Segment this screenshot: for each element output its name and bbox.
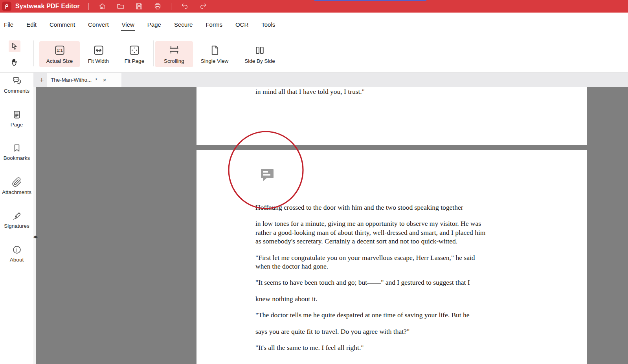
menu-comment[interactable]: Comment [49, 17, 76, 32]
sidebar-item-attachments[interactable]: Attachments [0, 177, 33, 195]
hand-icon [10, 57, 20, 67]
paragraph: "It's all the same to me. I feel all rig… [255, 343, 531, 352]
background-window-edge [314, 0, 426, 1]
menu-view[interactable]: View [121, 17, 135, 32]
hand-pan-tool[interactable] [9, 56, 21, 68]
save-icon[interactable] [134, 2, 144, 11]
left-panel-sidebar: Comments Page Bookmarks Attachments [0, 73, 33, 364]
fit-width-icon [93, 44, 105, 56]
info-icon [12, 245, 22, 255]
tab-title: The-Man-Witho... [51, 77, 92, 83]
view-toolbar: 1:1 Actual Size Fit Width Fit Page Scrol… [0, 36, 628, 73]
open-folder-icon[interactable] [116, 2, 125, 11]
paragraph: knew nothing about it. [255, 294, 531, 303]
side-by-side-icon [254, 44, 266, 56]
document-viewport[interactable]: in mind all that I have told you, I trus… [33, 87, 628, 364]
scrolling-button[interactable]: Scrolling [155, 41, 193, 67]
home-icon[interactable] [97, 2, 107, 11]
fit-page-icon [129, 44, 140, 56]
menu-file[interactable]: File [3, 17, 14, 32]
menu-secure[interactable]: Secure [173, 17, 194, 32]
document-tab[interactable]: The-Man-Witho... * × [47, 73, 121, 87]
page1-text-line: in mind all that I have told you, I trus… [255, 87, 365, 96]
sidebar-item-bookmarks[interactable]: Bookmarks [0, 143, 33, 161]
tab-modified-indicator: * [95, 77, 97, 83]
paragraph: "First let me congratulate you on your m… [255, 253, 531, 271]
paragraph: says you are quite fit to travel. Do you… [255, 327, 531, 336]
menu-forms[interactable]: Forms [205, 17, 223, 32]
actual-size-icon: 1:1 [54, 44, 66, 56]
cursor-arrow-icon [10, 42, 19, 51]
page-icon [12, 110, 22, 120]
titlebar: Systweak PDF Editor [0, 0, 628, 13]
menu-convert[interactable]: Convert [87, 17, 110, 32]
titlebar-divider [88, 3, 89, 10]
single-view-icon [209, 44, 220, 56]
red-circle-annotation[interactable] [228, 131, 304, 209]
menubar: File Edit Comment Convert View Page Secu… [0, 13, 628, 36]
new-tab-button[interactable]: + [37, 76, 46, 84]
toolbar-divider [33, 40, 34, 66]
redo-icon[interactable] [198, 2, 208, 11]
menu-ocr[interactable]: OCR [235, 17, 249, 32]
single-view-button[interactable]: Single View [193, 41, 236, 67]
panel-edge-strip [33, 87, 36, 364]
paragraph: "The doctor tells me he quite despaired … [255, 311, 531, 319]
document-tabbar: + The-Man-Witho... * × [33, 73, 628, 87]
attachments-icon [12, 177, 22, 187]
menu-page[interactable]: Page [147, 17, 162, 32]
app-window: Systweak PDF Editor [0, 0, 628, 364]
scrolling-icon [168, 44, 180, 56]
actual-size-button[interactable]: 1:1 Actual Size [39, 41, 80, 67]
titlebar-divider [171, 3, 171, 10]
tab-close-icon[interactable]: × [103, 77, 107, 83]
signatures-icon [12, 211, 22, 221]
app-title: Systweak PDF Editor [15, 3, 80, 10]
sidebar-item-page[interactable]: Page [0, 110, 33, 128]
fit-width-button[interactable]: Fit Width [80, 41, 117, 67]
bookmarks-icon [12, 143, 22, 153]
sidebar-item-comments[interactable]: Comments [0, 76, 33, 94]
paragraph: "It seems to have been touch and go; but… [255, 278, 531, 287]
menu-tools[interactable]: Tools [261, 17, 276, 32]
sidebar-item-about[interactable]: About [0, 245, 33, 263]
page2-text-block: Hoffnung crossed to the door with him an… [255, 203, 531, 359]
panel-splitter-handle[interactable]: ◀▶ [33, 235, 38, 239]
print-icon[interactable] [153, 2, 162, 11]
fit-page-button[interactable]: Fit Page [117, 41, 152, 67]
paragraph: in low tones for a minute, giving me an … [255, 219, 531, 245]
svg-text:1:1: 1:1 [57, 48, 62, 53]
app-logo-icon [2, 2, 11, 11]
cursor-select-tool[interactable] [9, 40, 20, 52]
comments-icon [12, 76, 22, 86]
menu-edit[interactable]: Edit [26, 17, 37, 32]
sidebar-item-signatures[interactable]: Signatures [0, 211, 33, 229]
undo-icon[interactable] [180, 2, 189, 11]
side-by-side-button[interactable]: Side By Side [236, 41, 283, 67]
